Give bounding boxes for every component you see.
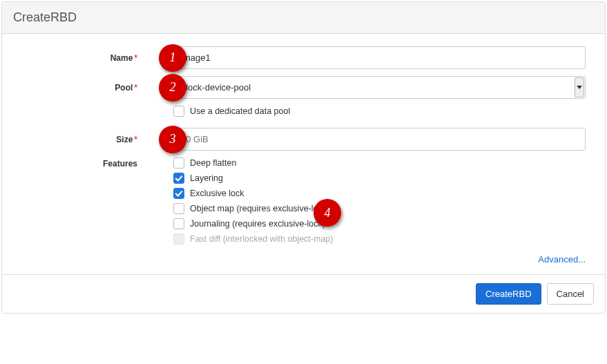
features-block: Features Deep flatten Layering Exclusive… [173, 157, 586, 245]
name-input[interactable] [173, 46, 586, 69]
feature-layering-checkbox[interactable] [173, 173, 184, 184]
create-rbd-button[interactable]: CreateRBD [476, 283, 541, 305]
size-label: Size [116, 135, 133, 144]
dedicated-pool-label: Use a dedicated data pool [190, 106, 290, 116]
size-input[interactable] [173, 128, 586, 151]
pool-row: Pool* block-device-pool 2 [21, 76, 586, 99]
feature-fast-diff-checkbox [173, 233, 184, 245]
feature-object-map-checkbox[interactable] [173, 203, 184, 214]
feature-deep-flatten-label: Deep flatten [190, 158, 236, 168]
pool-label-wrap: Pool* [21, 83, 173, 93]
required-icon: * [134, 53, 137, 63]
feature-journaling-checkbox[interactable] [173, 218, 184, 229]
panel-footer: CreateRBD Cancel [2, 274, 605, 313]
dedicated-pool-row: Use a dedicated data pool [173, 106, 586, 117]
create-rbd-panel: CreateRBD Name* 1 Pool* block-device-poo… [1, 1, 606, 314]
name-label-wrap: Name* [21, 53, 173, 63]
annotation-badge-1: 1 [159, 44, 186, 72]
advanced-link-row: Advanced... [21, 249, 586, 274]
feature-exclusive-lock-label: Exclusive lock [190, 189, 244, 198]
pool-select[interactable]: block-device-pool [173, 76, 586, 99]
size-label-wrap: Size* [21, 135, 173, 144]
advanced-link[interactable]: Advanced... [538, 254, 586, 265]
size-row: Size* 3 [21, 128, 586, 151]
panel-body: Name* 1 Pool* block-device-pool 2 [2, 34, 605, 274]
annotation-badge-4: 4 [314, 199, 341, 227]
feature-journaling-label: Journaling (requires exclusive-lock) [190, 219, 325, 229]
feature-fast-diff-label: Fast diff (interlocked with object-map) [190, 234, 334, 244]
annotation-badge-2: 2 [159, 74, 186, 102]
cancel-button[interactable]: Cancel [547, 283, 594, 305]
dedicated-pool-checkbox[interactable] [173, 106, 184, 117]
feature-deep-flatten-checkbox[interactable] [173, 157, 184, 169]
panel-title: CreateRBD [2, 2, 605, 34]
pool-label: Pool [115, 83, 133, 93]
name-label: Name [110, 53, 133, 63]
feature-layering-label: Layering [190, 173, 223, 183]
features-label: Features [21, 157, 173, 169]
name-row: Name* 1 [21, 46, 586, 69]
feature-object-map-label: Object map (requires exclusive-lock) [190, 204, 329, 213]
required-icon: * [134, 135, 137, 144]
annotation-badge-3: 3 [159, 126, 186, 153]
required-icon: * [134, 83, 137, 93]
pool-select-value: block-device-pool [181, 82, 251, 93]
feature-exclusive-lock-checkbox[interactable] [173, 188, 184, 199]
